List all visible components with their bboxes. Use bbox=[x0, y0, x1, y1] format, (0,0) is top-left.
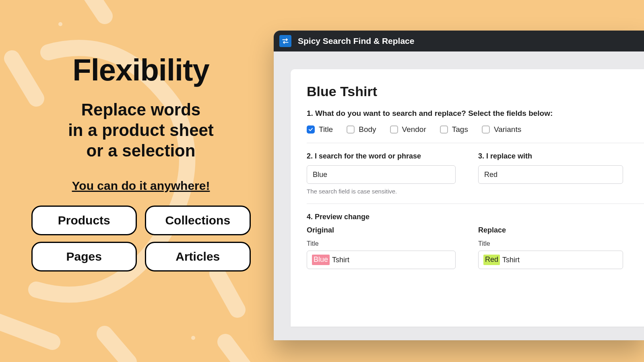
promo-pill-grid: Products Collections Pages Articles bbox=[31, 206, 251, 272]
pill-collections: Collections bbox=[145, 206, 251, 235]
app-body: Blue Tshirt 1. What do you want to searc… bbox=[274, 51, 644, 327]
checkbox-label: Body bbox=[359, 125, 376, 134]
checkbox-label: Variants bbox=[494, 125, 521, 134]
svg-line-4 bbox=[105, 334, 129, 362]
checkbox-body[interactable]: Body bbox=[347, 125, 376, 134]
product-card: Blue Tshirt 1. What do you want to searc… bbox=[291, 69, 644, 327]
step3-label: 3. I replace with bbox=[478, 152, 623, 160]
app-title: Spicy Search Find & Replace bbox=[298, 36, 414, 46]
replace-input[interactable] bbox=[478, 165, 623, 184]
promo-heading: Flexibility bbox=[28, 52, 254, 87]
divider bbox=[307, 143, 644, 143]
app-window: Spicy Search Find & Replace Blue Tshirt … bbox=[274, 31, 644, 340]
search-hint: The search field is case sensitive. bbox=[307, 188, 456, 195]
highlight-original: Blue bbox=[312, 255, 330, 265]
checkbox-label: Vendor bbox=[402, 125, 426, 134]
preview-field-name: Title bbox=[478, 240, 623, 247]
preview-field-name: Title bbox=[307, 240, 456, 247]
preview-replace-rest: Tshirt bbox=[502, 256, 520, 264]
checkbox-vendor[interactable]: Vendor bbox=[390, 125, 426, 134]
step4-label: 4. Preview change bbox=[307, 213, 644, 221]
swap-icon bbox=[279, 35, 291, 47]
preview-original-header: Original bbox=[307, 226, 456, 234]
checkbox-box bbox=[482, 125, 490, 134]
svg-point-1 bbox=[58, 22, 62, 26]
preview-replace-box: Red Tshirt bbox=[478, 251, 623, 269]
field-checkbox-row: Title Body Vendor Tags Variants bbox=[307, 125, 644, 134]
preview-original-rest: Tshirt bbox=[332, 256, 349, 264]
step1-label: 1. What do you want to search and replac… bbox=[307, 109, 644, 118]
highlight-replace: Red bbox=[483, 255, 500, 265]
pill-articles: Articles bbox=[145, 242, 251, 272]
checkbox-label: Title bbox=[319, 125, 333, 134]
checkbox-box bbox=[347, 125, 355, 134]
checkbox-variants[interactable]: Variants bbox=[482, 125, 521, 134]
checkbox-box bbox=[390, 125, 398, 134]
checkbox-box bbox=[307, 125, 315, 134]
app-titlebar: Spicy Search Find & Replace bbox=[274, 31, 644, 51]
svg-line-2 bbox=[89, 0, 105, 16]
product-title: Blue Tshirt bbox=[307, 84, 644, 99]
checkbox-tags[interactable]: Tags bbox=[440, 125, 468, 134]
svg-point-5 bbox=[191, 336, 195, 340]
svg-line-6 bbox=[217, 274, 237, 310]
checkbox-label: Tags bbox=[452, 125, 468, 134]
promo-subheading: Replace words in a product sheet or a se… bbox=[28, 99, 254, 161]
pill-pages: Pages bbox=[31, 242, 137, 272]
checkbox-box bbox=[440, 125, 448, 134]
svg-line-3 bbox=[0, 318, 52, 342]
promo-panel: Flexibility Replace words in a product s… bbox=[28, 52, 254, 272]
search-input[interactable] bbox=[307, 165, 456, 184]
preview-original-box: Blue Tshirt bbox=[307, 251, 456, 269]
svg-line-7 bbox=[225, 342, 250, 362]
promo-tagline: You can do it anywhere! bbox=[28, 179, 254, 193]
step2-label: 2. I search for the word or phrase bbox=[307, 152, 456, 160]
pill-products: Products bbox=[31, 206, 137, 235]
divider bbox=[307, 204, 644, 204]
checkbox-title[interactable]: Title bbox=[307, 125, 333, 134]
preview-replace-header: Replace bbox=[478, 226, 623, 234]
